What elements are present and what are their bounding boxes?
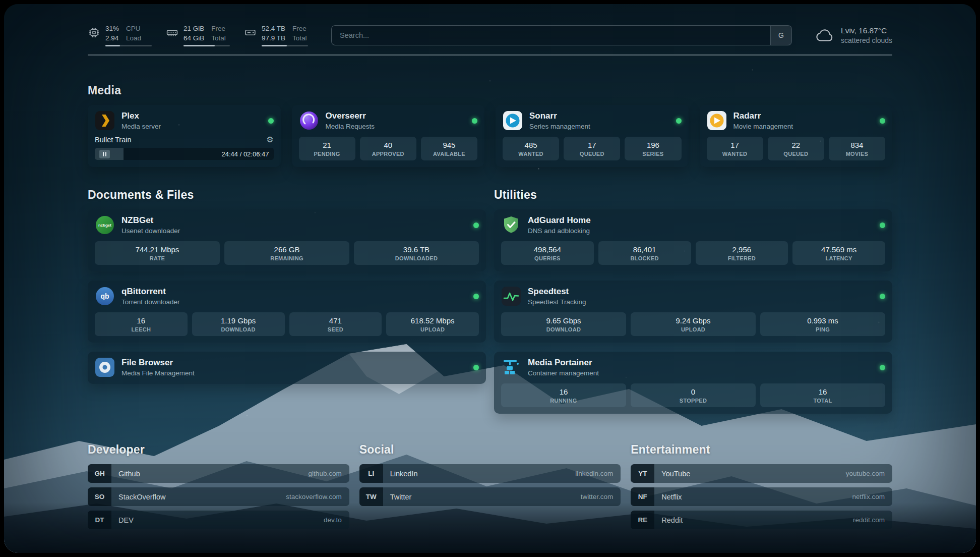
bookmark-group-developer: DeveloperGHGithubgithub.comSOStackOverfl… xyxy=(88,443,349,529)
stat-value: 21 xyxy=(301,141,353,149)
service-stat-stopped: 0STOPPED xyxy=(631,383,756,407)
service-stat-upload: 9.24 GbpsUPLOAD xyxy=(631,312,756,336)
search-provider-button[interactable]: G xyxy=(770,26,791,45)
service-stat-latency: 47.569 msLATENCY xyxy=(792,241,885,265)
status-dot-online xyxy=(676,118,682,124)
bookmark-abbr: YT xyxy=(631,464,654,483)
playback-progress-bar[interactable]: 24:44 / 02:06:47 xyxy=(95,148,274,160)
service-name: AdGuard Home xyxy=(528,215,591,226)
stat-value: 16 xyxy=(503,387,624,396)
settings-gear-icon[interactable]: ⚙ xyxy=(266,136,273,144)
stat-label: DOWNLOAD xyxy=(194,326,283,332)
stat-label: SERIES xyxy=(627,151,679,157)
bookmark-netflix[interactable]: NFNetflixnetflix.com xyxy=(631,487,892,506)
stat-label: FILTERED xyxy=(698,255,786,261)
bookmark-github[interactable]: GHGithubgithub.com xyxy=(88,464,349,483)
bookmark-name: DEV xyxy=(118,516,134,524)
now-playing-title: Bullet Train xyxy=(95,136,132,144)
svg-text:nzbget: nzbget xyxy=(98,223,111,228)
service-description: Torrent downloader xyxy=(121,298,180,306)
service-card-nzbget[interactable]: nzbgetNZBGetUsenet downloader744.21 Mbps… xyxy=(88,209,486,271)
stat-label: Total xyxy=(211,34,226,43)
stat-label: CPU xyxy=(126,24,141,33)
bookmark-name: Netflix xyxy=(661,493,682,501)
stat-value: 47.569 ms xyxy=(794,245,883,254)
stat-label: DOWNLOAD xyxy=(503,326,624,332)
utilities-cards: AdGuard HomeDNS and adblocking498,564QUE… xyxy=(494,209,892,414)
usage-bar xyxy=(262,45,308,46)
bookmark-domain: github.com xyxy=(309,470,342,477)
service-description: Movie management xyxy=(733,123,793,130)
service-card-sonarr[interactable]: SonarrSeries management485WANTED17QUEUED… xyxy=(496,105,689,167)
bookmark-abbr: NF xyxy=(631,487,654,506)
service-card-qbittorrent[interactable]: qbqBittorrentTorrent downloader16LEECH1.… xyxy=(88,281,486,343)
service-name: Speedtest xyxy=(528,287,586,297)
stat-label: AVAILABLE xyxy=(423,151,475,157)
bookmark-youtube[interactable]: YTYouTubeyoutube.com xyxy=(631,464,892,483)
bookmark-domain: stackoverflow.com xyxy=(286,493,341,500)
playback-time: 24:44 / 02:06:47 xyxy=(222,150,269,158)
bookmark-twitter[interactable]: TWTwittertwitter.com xyxy=(359,487,621,506)
stat-value: 834 xyxy=(831,141,883,149)
service-card-radarr[interactable]: RadarrMovie management17WANTED22QUEUED83… xyxy=(700,105,893,167)
service-stat-download: 1.19 GbpsDOWNLOAD xyxy=(192,312,285,336)
bookmark-abbr: RE xyxy=(631,511,654,529)
system-stat: 31%2.94CPULoad xyxy=(88,24,152,46)
section-utilities: Utilities AdGuard HomeDNS and adblocking… xyxy=(494,188,892,414)
service-card-adguard[interactable]: AdGuard HomeDNS and adblocking498,564QUE… xyxy=(494,209,892,271)
bookmark-domain: reddit.com xyxy=(853,516,885,524)
section-title-developer: Developer xyxy=(88,443,349,457)
stat-label: UPLOAD xyxy=(633,326,754,332)
service-name: File Browser xyxy=(121,358,195,368)
system-stat: 21 GiB64 GiBFreeTotal xyxy=(166,24,230,46)
sonarr-icon xyxy=(503,110,523,131)
service-description: Media server xyxy=(121,123,161,130)
memory-icon xyxy=(166,26,178,39)
stat-label: STOPPED xyxy=(633,398,754,404)
stat-value: 9.65 Gbps xyxy=(503,316,624,325)
stat-value: 266 GB xyxy=(226,245,347,254)
service-name: Media Portainer xyxy=(528,358,599,368)
stat-label: TOTAL xyxy=(762,398,883,404)
stat-value: 21 GiB xyxy=(183,24,204,33)
service-stat-seed: 471SEED xyxy=(289,312,382,336)
stat-value: 485 xyxy=(505,141,557,149)
stat-value: 196 xyxy=(627,141,679,149)
stat-value: 64 GiB xyxy=(183,34,204,43)
system-stats: 31%2.94CPULoad21 GiB64 GiBFreeTotal52.4 … xyxy=(88,24,308,46)
service-description: Media File Management xyxy=(121,369,195,377)
bookmark-dev[interactable]: DTDEVdev.to xyxy=(88,511,349,529)
bookmark-domain: dev.to xyxy=(324,516,342,524)
stat-value: 22 xyxy=(770,141,822,149)
qbittorrent-icon: qb xyxy=(95,286,115,306)
service-stat-rate: 744.21 MbpsRATE xyxy=(95,241,220,265)
stat-value: 744.21 Mbps xyxy=(97,245,218,254)
bookmark-linkedin[interactable]: LILinkedInlinkedin.com xyxy=(359,464,621,483)
service-card-filebrowser[interactable]: File BrowserMedia File Management xyxy=(88,352,486,384)
bookmark-domain: youtube.com xyxy=(846,470,885,477)
service-stat-approved: 40APPROVED xyxy=(360,137,416,160)
service-stat-filtered: 2,956FILTERED xyxy=(696,241,788,265)
service-description: Speedtest Tracking xyxy=(528,298,586,306)
weather-widget: Lviv, 16.87°C scattered clouds xyxy=(815,26,892,44)
plex-icon xyxy=(95,110,115,131)
bookmark-stackoverflow[interactable]: SOStackOverflowstackoverflow.com xyxy=(88,487,349,506)
service-stat-movies: 834MOVIES xyxy=(829,137,885,160)
bookmark-reddit[interactable]: RERedditreddit.com xyxy=(631,511,892,529)
status-dot-online xyxy=(880,222,885,228)
pause-button[interactable] xyxy=(99,150,110,158)
stat-label: QUERIES xyxy=(503,255,592,261)
service-card-speedtest[interactable]: SpeedtestSpeedtest Tracking9.65 GbpsDOWN… xyxy=(494,281,892,343)
service-card-plex[interactable]: PlexMedia serverBullet Train⚙24:44 / 02:… xyxy=(88,105,281,167)
stat-value: 16 xyxy=(762,387,883,396)
stat-label: WANTED xyxy=(505,151,557,157)
stat-label: Free xyxy=(292,24,307,33)
media-cards: PlexMedia serverBullet Train⚙24:44 / 02:… xyxy=(88,105,892,167)
search-input[interactable] xyxy=(332,26,770,45)
service-card-portainer[interactable]: Media PortainerContainer management16RUN… xyxy=(494,352,892,414)
service-stat-leech: 16LEECH xyxy=(95,312,188,336)
stat-value: 1.19 Gbps xyxy=(194,316,283,325)
service-name: NZBGet xyxy=(121,215,180,226)
service-card-overseerr[interactable]: OverseerrMedia Requests21PENDING40APPROV… xyxy=(292,105,485,167)
stat-value: 0.993 ms xyxy=(762,316,883,325)
